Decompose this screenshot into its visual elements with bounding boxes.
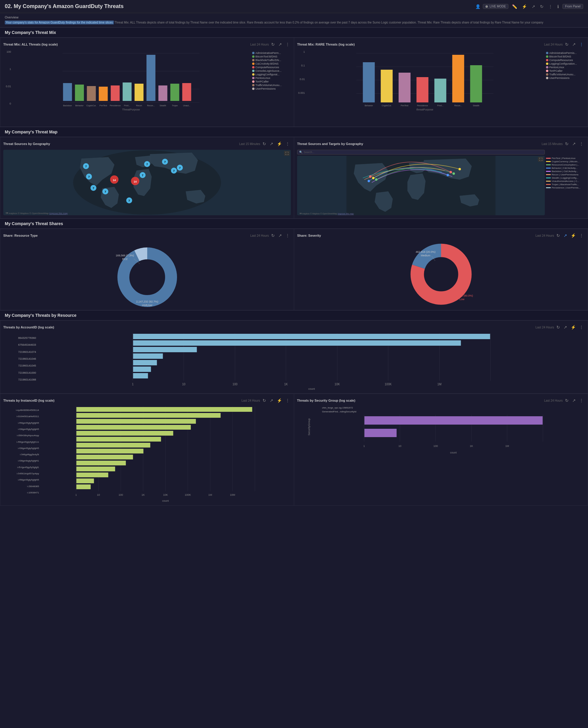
svg-point-71 [369, 175, 372, 178]
rare-threats-more[interactable]: ⋮ [578, 41, 585, 48]
all-threats-chart-area: 100 1 0.01 0 [3, 50, 250, 111]
rare-threats-share[interactable]: ↗ [571, 41, 577, 48]
svg-text:Trojan: Trojan [172, 105, 178, 107]
severity-more[interactable]: ⋮ [578, 232, 585, 239]
overview-text: Your company's stats for Amazon GuardDut… [5, 20, 583, 25]
share-severity-panel: Share: Severity Last 24 Hours ↻ ↗ ⚡ ⋮ 46… [294, 229, 588, 310]
svg-rect-31 [381, 70, 393, 103]
edit-button[interactable]: ✏️ [511, 3, 518, 10]
threat-shares-title: My Company's Threat Shares [5, 221, 63, 226]
threats-by-instance-panel: Threats by InstanceID (log scale) Last 2… [0, 394, 294, 506]
rare-threats-header: Threat Mix: RARE Threats (log scale) Las… [297, 41, 585, 48]
geo-expand-button[interactable]: ⛶ [284, 151, 290, 156]
svg-rect-131 [76, 431, 173, 436]
svg-rect-6 [87, 86, 96, 101]
security-refresh[interactable]: ↻ [564, 397, 570, 404]
bar-chart-container: Backdoor Behavior CryptoCur. PenTest Per… [12, 50, 250, 111]
y-100: 100 [6, 50, 11, 53]
y-1: 1 [9, 68, 11, 71]
svg-text:169,566 (7.3%): 169,566 (7.3%) [115, 254, 134, 257]
account-more[interactable]: ⋮ [578, 324, 585, 331]
security-share[interactable]: ↗ [571, 397, 577, 404]
svg-text:100K: 100K [185, 493, 191, 497]
svg-text:462,916 (20.0%): 462,916 (20.0%) [416, 250, 436, 253]
all-threats-refresh[interactable]: ↻ [270, 41, 276, 48]
rare-threats-refresh[interactable]: ↻ [564, 41, 570, 48]
svg-rect-127 [76, 407, 252, 412]
all-threats-share[interactable]: ↗ [277, 41, 283, 48]
account-row-label-3: 721960141046 [3, 357, 36, 360]
svg-text:CryptoCur.: CryptoCur. [86, 105, 97, 107]
targets-refresh[interactable]: ↻ [564, 140, 570, 147]
svg-rect-108 [133, 360, 157, 365]
legend-dot-6 [252, 73, 254, 75]
security-x-label: count [322, 451, 585, 454]
svg-text:PenTest: PenTest [100, 105, 107, 107]
geo-share[interactable]: ↗ [269, 140, 274, 147]
info-button[interactable]: ℹ [556, 3, 560, 10]
resource-more[interactable]: ⋮ [284, 232, 291, 239]
svg-text:7: 7 [128, 199, 130, 202]
svg-text:Privil...: Privil... [124, 105, 130, 107]
geo-more[interactable]: ⋮ [284, 140, 291, 147]
security-more[interactable]: ⋮ [578, 397, 585, 404]
map-search[interactable]: 🔍 Search... [297, 150, 545, 155]
share-button[interactable]: ↗ [530, 3, 537, 10]
threat-mix-section-header: My Company's Threat Mix [0, 27, 588, 38]
svg-text:10M: 10M [230, 493, 235, 497]
live-mode-badge[interactable]: LIVE MODE [483, 4, 508, 9]
svg-text:Behavior: Behavior [365, 105, 373, 107]
share-severity-chart: 462,916 (20.0%) Medium 1,854,482 (80.0%)… [297, 241, 585, 307]
all-threats-more[interactable]: ⋮ [284, 41, 291, 48]
geo-filter[interactable]: ⚡ [276, 140, 283, 147]
all-threats-legend: AdministrativePerm... BitcoinTool:B/DNS … [252, 50, 291, 111]
svg-text:14: 14 [133, 180, 136, 183]
security-chart-container: SecurityGroup chin_forge_vpc-sg-15891672… [297, 406, 585, 454]
overview-body: Threat Mix: ALL Threats depicts share of… [114, 21, 543, 24]
legend-item-7: PentooLinux [252, 76, 291, 80]
y-001: 0.01 [6, 85, 11, 88]
improve-map-1[interactable]: Improve this map [49, 212, 68, 215]
threat-map-section-header: My Company's Threat Map [0, 127, 588, 137]
svg-text:100: 100 [119, 493, 123, 497]
share-resource-header: Share: Resource Type Last 24 Hours ↻ ↗ ⋮ [3, 232, 291, 239]
svg-rect-133 [76, 443, 150, 447]
svg-text:1: 1 [132, 382, 134, 386]
svg-text:EC2: EC2 [122, 258, 128, 261]
geo-refresh[interactable]: ↻ [261, 140, 267, 147]
targets-more[interactable]: ⋮ [578, 140, 585, 147]
instance-more[interactable]: ⋮ [284, 397, 291, 404]
share-resource-panel: Share: Resource Type Last 24 Hours ↻ ↗ ⋮… [0, 229, 294, 310]
svg-text:Behavior: Behavior [76, 105, 84, 107]
resource-share[interactable]: ↗ [277, 232, 283, 239]
svg-text:Stealth: Stealth [160, 105, 166, 107]
severity-refresh[interactable]: ↻ [555, 232, 561, 239]
overview-section: Overview Your company's stats for Amazon… [0, 13, 588, 27]
legend-item-8: TorIPCaller [252, 80, 291, 83]
instance-filter[interactable]: ⚡ [276, 397, 283, 404]
targets-share[interactable]: ↗ [571, 140, 577, 147]
account-filter[interactable]: ⚡ [569, 324, 577, 331]
svg-text:Persistence: Persistence [110, 105, 121, 107]
resource-refresh[interactable]: ↻ [270, 232, 276, 239]
account-refresh[interactable]: ↻ [555, 324, 561, 331]
account-share[interactable]: ↗ [562, 324, 568, 331]
improve-map-2[interactable]: Improve this map [338, 213, 354, 215]
rare-x-label: threatPurpose [306, 108, 544, 111]
refresh-button[interactable]: ↻ [539, 3, 545, 10]
severity-filter[interactable]: ⚡ [569, 232, 577, 239]
severity-donut-svg: 462,916 (20.0%) Medium 1,854,482 (80.0%)… [396, 241, 486, 307]
legend-item-0: AdministrativePerm... [252, 51, 291, 54]
filter-button[interactable]: ⚡ [521, 3, 528, 10]
instance-share[interactable]: ↗ [269, 397, 274, 404]
account-row-label-6: 721960141088 [3, 378, 36, 381]
more-button[interactable]: ⋮ [547, 3, 554, 10]
overview-label: Overview [5, 16, 583, 19]
legend-item-2: BlackholeTraffic/DN... [252, 59, 291, 62]
instance-refresh[interactable]: ↻ [261, 397, 267, 404]
severity-share[interactable]: ↗ [562, 232, 568, 239]
mapbox-credit-1: 🗺 mapbox © Mapbox © OpenStreetMap Improv… [6, 212, 68, 215]
targets-expand-button[interactable]: ⛶ [538, 157, 544, 162]
account-row-label-2: 721960141074 [3, 350, 36, 353]
rare-threats-panel: Threat Mix: RARE Threats (log scale) Las… [294, 38, 588, 127]
